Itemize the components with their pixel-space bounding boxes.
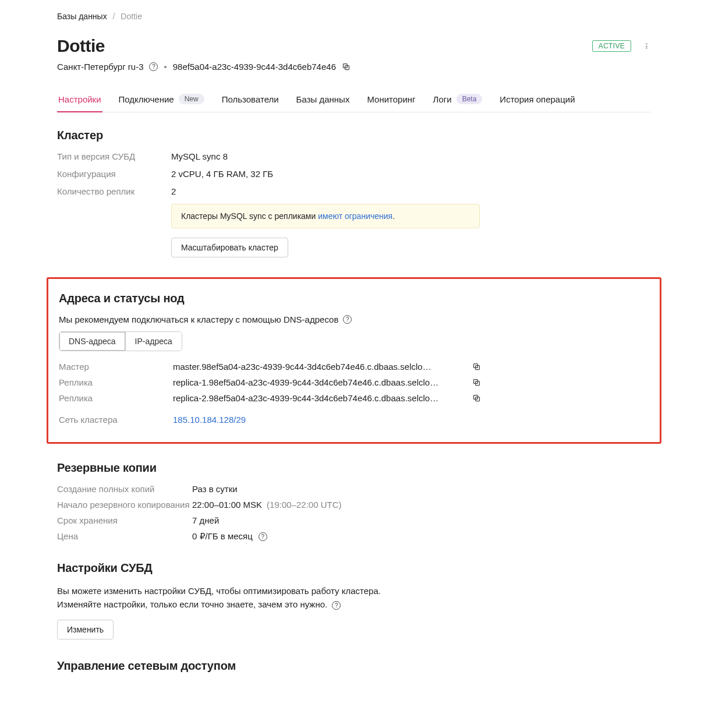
replicas-value: 2 xyxy=(171,186,651,196)
retention-value: 7 дней xyxy=(192,515,651,525)
node-row-replica: Реплика replica-2.98ef5a04-a23c-4939-9c4… xyxy=(59,393,649,403)
tab-label: Подключение xyxy=(119,94,174,104)
copy-icon[interactable] xyxy=(472,378,481,387)
nodes-title: Адреса и статусы нод xyxy=(59,292,649,305)
backup-start-local: 22:00–01:00 MSK xyxy=(192,500,262,510)
config-label: Конфигурация xyxy=(57,169,171,179)
tab-monitoring[interactable]: Мониторинг xyxy=(366,89,416,112)
dbms-desc-2: Изменяйте настройки, только если точно з… xyxy=(57,599,327,609)
cluster-title: Кластер xyxy=(57,129,651,142)
backup-start-label: Начало резервного копирования xyxy=(57,500,192,510)
separator-dot: • xyxy=(164,62,167,72)
config-value: 2 vCPU, 4 ГБ RAM, 32 ГБ xyxy=(171,169,651,179)
cluster-network-label: Сеть кластера xyxy=(59,415,173,425)
backups-section: Резервные копии Создание полных копий Ра… xyxy=(57,461,651,542)
dbms-desc-1: Вы можете изменить настройки СУБД, чтобы… xyxy=(57,586,381,596)
dbms-settings-title: Настройки СУБД xyxy=(57,561,651,575)
breadcrumb-root[interactable]: Базы данных xyxy=(57,12,107,21)
page-title: Dottie xyxy=(57,36,105,56)
breadcrumb-current: Dottie xyxy=(121,12,142,21)
breadcrumb-sep: / xyxy=(113,12,115,21)
help-icon[interactable]: ? xyxy=(259,532,267,541)
price-label: Цена xyxy=(57,531,192,541)
info-text: Кластеры MySQL sync с репликами xyxy=(181,211,318,221)
dbms-type-value: MySQL sync 8 xyxy=(171,151,651,161)
tabs: Настройки Подключение New Пользователи Б… xyxy=(57,89,651,112)
copy-icon[interactable] xyxy=(472,362,481,371)
price-value: 0 ₽/ГБ в месяц xyxy=(192,531,253,542)
help-icon[interactable]: ? xyxy=(332,601,341,610)
dbms-settings-section: Настройки СУБД Вы можете изменить настро… xyxy=(57,561,651,639)
more-menu-button[interactable] xyxy=(642,41,651,51)
help-icon[interactable]: ? xyxy=(149,62,158,71)
node-role: Реплика xyxy=(59,393,173,403)
info-suffix: . xyxy=(392,211,395,221)
address-type-toggle: DNS-адреса IP-адреса xyxy=(59,331,182,351)
tab-label: Пользователи xyxy=(222,94,279,104)
tab-logs[interactable]: Логи Beta xyxy=(432,89,484,112)
tab-label: История операций xyxy=(500,94,575,104)
node-role: Мастер xyxy=(59,362,173,372)
tab-settings[interactable]: Настройки xyxy=(57,89,102,112)
tab-databases[interactable]: Базы данных xyxy=(295,89,351,112)
info-link[interactable]: имеют ограничения xyxy=(318,211,392,221)
copy-icon[interactable] xyxy=(342,62,351,71)
beta-badge: Beta xyxy=(456,94,483,104)
backup-full-value: Раз в сутки xyxy=(192,484,651,494)
tab-users[interactable]: Пользователи xyxy=(221,89,280,112)
backup-start-utc: (19:00–22:00 UTC) xyxy=(267,500,341,510)
seg-ip[interactable]: IP-адреса xyxy=(125,332,182,351)
tab-label: Мониторинг xyxy=(367,94,415,104)
dbms-type-label: Тип и версия СУБД xyxy=(57,151,171,161)
nodes-recommend-text: Мы рекомендуем подключаться к кластеру с… xyxy=(59,314,338,324)
node-address: replica-2.98ef5a04-a23c-4939-9c44-3d4c6e… xyxy=(173,393,464,403)
tab-history[interactable]: История операций xyxy=(498,89,576,112)
node-role: Реплика xyxy=(59,377,173,387)
cluster-section: Кластер Тип и версия СУБД MySQL sync 8 К… xyxy=(57,129,651,257)
tab-connection[interactable]: Подключение New xyxy=(118,89,206,112)
tab-label: Логи xyxy=(433,94,452,104)
replica-limitations-info: Кластеры MySQL sync с репликами имеют ог… xyxy=(171,204,480,228)
tab-label: Настройки xyxy=(58,94,101,104)
node-row-replica: Реплика replica-1.98ef5a04-a23c-4939-9c4… xyxy=(59,377,649,387)
region-label: Санкт-Петербург ru-3 xyxy=(57,62,143,72)
breadcrumb: Базы данных / Dottie xyxy=(57,12,651,21)
nodes-section-highlight: Адреса и статусы нод Мы рекомендуем подк… xyxy=(47,277,661,444)
cluster-network-link[interactable]: 185.10.184.128/29 xyxy=(173,415,246,425)
tab-label: Базы данных xyxy=(296,94,350,104)
help-icon[interactable]: ? xyxy=(343,315,352,324)
new-badge: New xyxy=(179,94,204,104)
replicas-label: Количество реплик xyxy=(57,186,171,196)
cluster-network-row: Сеть кластера 185.10.184.128/29 xyxy=(59,415,649,425)
network-access-title: Управление сетевым доступом xyxy=(57,659,651,673)
status-badge: ACTIVE xyxy=(592,40,631,52)
backup-full-label: Создание полных копий xyxy=(57,484,192,494)
backups-title: Резервные копии xyxy=(57,461,651,475)
edit-dbms-button[interactable]: Изменить xyxy=(57,620,114,639)
node-address: master.98ef5a04-a23c-4939-9c44-3d4c6eb74… xyxy=(173,362,464,372)
seg-dns[interactable]: DNS-адреса xyxy=(59,332,125,351)
node-address: replica-1.98ef5a04-a23c-4939-9c44-3d4c6e… xyxy=(173,377,464,387)
retention-label: Срок хранения xyxy=(57,515,192,525)
cluster-uuid: 98ef5a04-a23c-4939-9c44-3d4c6eb74e46 xyxy=(173,62,336,72)
copy-icon[interactable] xyxy=(472,394,481,402)
node-row-master: Мастер master.98ef5a04-a23c-4939-9c44-3d… xyxy=(59,362,649,372)
scale-cluster-button[interactable]: Масштабировать кластер xyxy=(171,238,288,257)
network-access-section: Управление сетевым доступом xyxy=(57,659,651,673)
